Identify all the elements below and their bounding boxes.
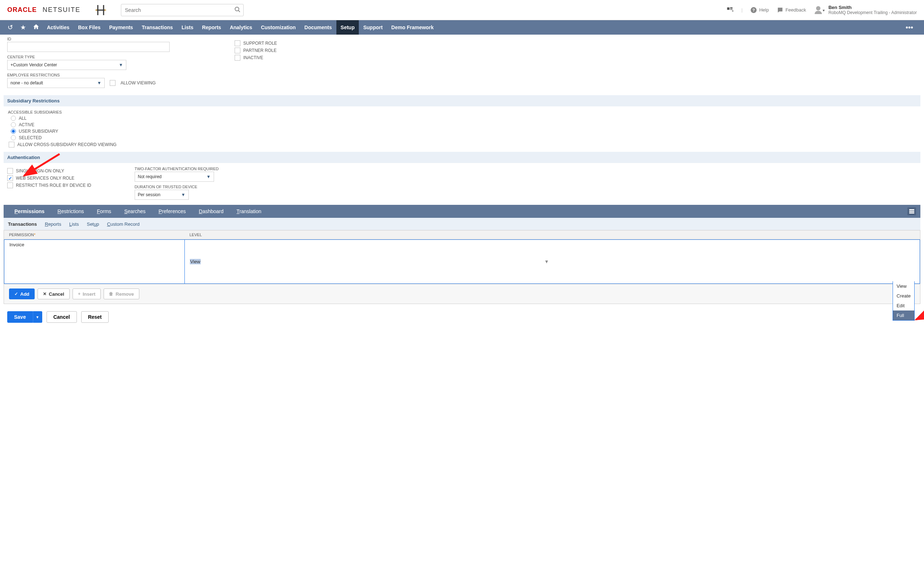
svg-rect-16 xyxy=(909,213,914,213)
nav-analytics[interactable]: Analytics xyxy=(226,20,257,35)
partner-role-label: PARTNER ROLE xyxy=(243,48,276,53)
insert-button[interactable]: +Insert xyxy=(73,288,101,299)
svg-point-10 xyxy=(816,6,821,10)
subtab-custom-record[interactable]: Custom Record xyxy=(107,221,139,227)
cancel-row-button[interactable]: ✕Cancel xyxy=(37,288,69,299)
center-type-select[interactable]: +Custom Vendor Center ▼ xyxy=(7,60,126,70)
chevron-down-icon: ▼ xyxy=(97,81,102,85)
tfa-select[interactable]: Not required ▼ xyxy=(135,172,214,182)
add-button[interactable]: ✓Add xyxy=(9,288,35,299)
level-cell[interactable]: View ▼ View Create Edit Full xyxy=(185,240,920,284)
sso-checkbox[interactable] xyxy=(7,168,13,174)
center-type-label: CENTER TYPE xyxy=(7,55,126,59)
inactive-label: INACTIVE xyxy=(243,55,263,60)
radio-all-label: ALL xyxy=(19,116,26,121)
nav-setup[interactable]: Setup xyxy=(336,20,359,35)
star-icon[interactable]: ★ xyxy=(16,23,30,31)
nav-transactions[interactable]: Transactions xyxy=(137,20,177,35)
svg-marker-3 xyxy=(95,9,97,11)
netsuite-label: NETSUITE xyxy=(43,6,81,14)
restrict-device-checkbox[interactable] xyxy=(7,182,13,188)
emp-restrict-select[interactable]: none - no default ▼ xyxy=(7,78,105,88)
tab-translation[interactable]: Translation xyxy=(230,205,268,218)
option-full[interactable]: Full xyxy=(893,311,914,320)
support-role-label: SUPPORT ROLE xyxy=(243,41,277,46)
nav-support[interactable]: Support xyxy=(359,20,387,35)
allow-cross-label: ALLOW CROSS-SUBSIDIARY RECORD VIEWING xyxy=(17,142,116,147)
subtab-setup[interactable]: Setup xyxy=(87,221,99,227)
oracle-logo: ORACLE xyxy=(7,6,37,14)
tab-permissions[interactable]: Permissions xyxy=(8,205,51,218)
feedback-link[interactable]: Feedback xyxy=(777,7,806,13)
radio-active[interactable] xyxy=(11,122,16,127)
nav-reports[interactable]: Reports xyxy=(198,20,226,35)
level-dropdown: View Create Edit Full xyxy=(893,281,914,321)
tab-dashboard[interactable]: Dashboard xyxy=(192,205,230,218)
feedback-label: Feedback xyxy=(785,7,806,13)
nav-customization[interactable]: Customization xyxy=(257,20,300,35)
plus-icon: + xyxy=(78,292,81,297)
x-icon: ✕ xyxy=(43,292,47,297)
tfa-label: TWO-FACTOR AUTHENTICATION REQUIRED xyxy=(135,167,219,171)
center-type-value: +Custom Vendor Center xyxy=(10,62,57,68)
option-view[interactable]: View xyxy=(893,281,914,291)
tabs-bar: Permissions Restrictions Forms Searches … xyxy=(3,205,921,218)
option-create[interactable]: Create xyxy=(893,291,914,301)
level-value: View xyxy=(190,259,201,264)
svg-line-6 xyxy=(238,10,240,12)
subtab-lists[interactable]: Lists xyxy=(69,221,79,227)
help-link[interactable]: ? Help xyxy=(750,7,769,13)
table-header: PERMISSION* LEVEL xyxy=(4,230,920,239)
radio-selected[interactable] xyxy=(11,135,16,140)
partner-role-checkbox[interactable] xyxy=(234,48,241,53)
shortcuts-icon[interactable]: + xyxy=(726,6,733,14)
svg-text:?: ? xyxy=(753,8,755,12)
option-edit[interactable]: Edit xyxy=(893,301,914,311)
svg-point-5 xyxy=(235,7,239,11)
sso-label: SINGLE SIGN-ON ONLY xyxy=(16,168,64,174)
duration-select[interactable]: Per session ▼ xyxy=(135,190,189,200)
layout-toggle-icon[interactable] xyxy=(908,207,916,215)
allow-cross-checkbox[interactable] xyxy=(9,142,15,148)
radio-all[interactable] xyxy=(11,116,16,121)
search-icon[interactable] xyxy=(234,6,241,14)
nav-more-icon[interactable]: ••• xyxy=(898,23,921,32)
permission-table: PERMISSION* LEVEL Invoice View ▼ View Cr… xyxy=(3,230,921,304)
nav-lists[interactable]: Lists xyxy=(177,20,198,35)
ws-only-checkbox[interactable] xyxy=(7,175,13,181)
chevron-down-icon: ▼ xyxy=(207,174,211,179)
remove-button[interactable]: 🗑Remove xyxy=(103,288,139,299)
topbar-right: + | ? Help Feedback Ben Smith RoboMQ Dev… xyxy=(726,5,917,15)
user-menu[interactable]: Ben Smith RoboMQ Development Trailing - … xyxy=(814,5,917,15)
reset-button[interactable]: Reset xyxy=(81,311,109,323)
nav-documents[interactable]: Documents xyxy=(300,20,336,35)
nav-demo-framework[interactable]: Demo Framework xyxy=(387,20,438,35)
home-icon[interactable] xyxy=(30,23,43,32)
support-role-checkbox[interactable] xyxy=(234,40,241,46)
subtab-transactions[interactable]: Transactions xyxy=(8,221,37,227)
nav-payments[interactable]: Payments xyxy=(105,20,137,35)
search-input[interactable] xyxy=(121,4,244,16)
save-dropdown-button[interactable]: ▼ xyxy=(33,311,42,323)
cancel-button[interactable]: Cancel xyxy=(47,311,77,323)
tab-forms[interactable]: Forms xyxy=(90,205,118,218)
nav-box-files[interactable]: Box Files xyxy=(74,20,105,35)
radio-user-label: USER SUBSIDIARY xyxy=(19,129,58,134)
save-button-group: Save ▼ xyxy=(7,311,42,323)
nav-activities[interactable]: Activities xyxy=(43,20,74,35)
tab-preferences[interactable]: Preferences xyxy=(152,205,192,218)
tab-restrictions[interactable]: Restrictions xyxy=(51,205,90,218)
tab-searches[interactable]: Searches xyxy=(118,205,152,218)
company-logo xyxy=(94,3,108,17)
radio-user-subsidiary[interactable] xyxy=(11,129,16,134)
save-button[interactable]: Save xyxy=(7,311,33,323)
permission-cell[interactable]: Invoice xyxy=(4,240,185,284)
check-icon: ✓ xyxy=(15,292,18,297)
th-permission: PERMISSION* xyxy=(4,230,184,239)
inactive-checkbox[interactable] xyxy=(234,55,241,61)
allow-viewing-checkbox[interactable] xyxy=(110,80,115,86)
auth-section-header: Authentication xyxy=(3,152,921,163)
id-input[interactable] xyxy=(7,42,170,52)
history-icon[interactable]: ↺ xyxy=(3,23,16,31)
subtab-reports[interactable]: Reports xyxy=(45,221,61,227)
